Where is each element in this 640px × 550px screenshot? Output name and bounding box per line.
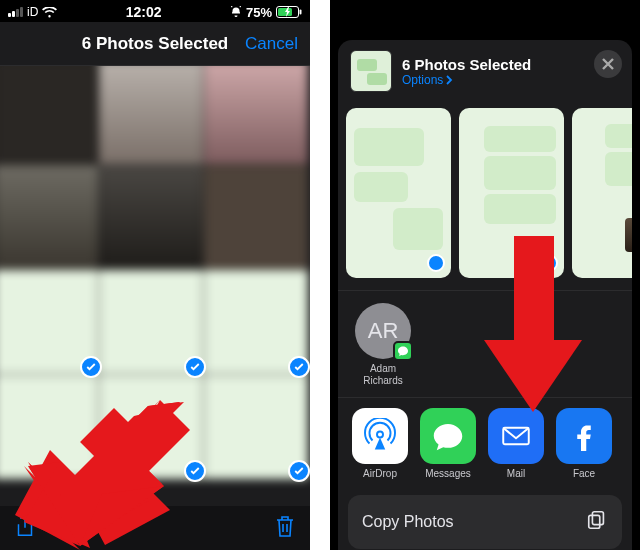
- svg-point-6: [377, 432, 383, 438]
- nav-bar: 6 Photos Selected Cancel: [0, 22, 310, 66]
- share-apps-row: AirDrop Messages Mail Face: [338, 400, 632, 485]
- check-icon: [288, 356, 310, 378]
- alarm-icon: [230, 6, 242, 18]
- copy-icon: [586, 509, 608, 535]
- sheet-thumbnail: [350, 50, 392, 92]
- mail-icon: [488, 408, 544, 464]
- share-app-airdrop[interactable]: AirDrop: [352, 408, 408, 479]
- check-icon: [288, 460, 310, 482]
- share-app-messages[interactable]: Messages: [420, 408, 476, 479]
- messages-icon: [420, 408, 476, 464]
- clock: 12:02: [126, 4, 162, 20]
- trash-button[interactable]: [274, 514, 296, 542]
- preview-card[interactable]: [346, 108, 451, 278]
- close-button[interactable]: [594, 50, 622, 78]
- battery-icon: [276, 6, 302, 18]
- sheet-title: 6 Photos Selected: [402, 56, 531, 73]
- divider: [338, 290, 632, 291]
- divider: [338, 397, 632, 398]
- app-label: Mail: [488, 468, 544, 479]
- wifi-icon: [42, 7, 57, 18]
- page-title: 6 Photos Selected: [82, 34, 228, 54]
- status-bar: iD 12:02 75%: [0, 0, 310, 22]
- share-button[interactable]: [14, 513, 36, 543]
- check-icon: [80, 356, 102, 378]
- svg-rect-8: [592, 512, 603, 525]
- facebook-icon: [556, 408, 612, 464]
- avatar: AR: [355, 303, 411, 359]
- messages-badge-icon: [393, 341, 413, 361]
- preview-row[interactable]: [338, 102, 632, 288]
- battery-pct: 75%: [246, 5, 272, 20]
- share-app-facebook[interactable]: Face: [556, 408, 612, 479]
- app-label: Messages: [420, 468, 476, 479]
- check-icon: [184, 460, 206, 482]
- check-icon: [540, 254, 558, 272]
- action-copy-photos[interactable]: Copy Photos: [348, 495, 622, 549]
- photo-grid[interactable]: [0, 66, 310, 506]
- sheet-header: 6 Photos Selected Options: [338, 40, 632, 102]
- share-app-mail[interactable]: Mail: [488, 408, 544, 479]
- airdrop-icon: [352, 408, 408, 464]
- toolbar: [0, 506, 310, 550]
- app-label: Face: [556, 468, 612, 479]
- share-contacts-row: AR Adam Richards: [338, 293, 632, 395]
- check-icon: [427, 254, 445, 272]
- preview-card[interactable]: [572, 108, 632, 278]
- phone-right: iD 12:04 75% 6 Photos Selected Options: [330, 0, 640, 550]
- cancel-button[interactable]: Cancel: [245, 34, 298, 54]
- share-sheet: 6 Photos Selected Options: [338, 40, 632, 550]
- action-label: Copy Photos: [362, 513, 454, 531]
- check-icon: [184, 356, 206, 378]
- carrier-label: iD: [27, 5, 38, 19]
- share-contact[interactable]: AR Adam Richards: [352, 303, 414, 387]
- preview-card[interactable]: [459, 108, 564, 278]
- svg-rect-2: [300, 10, 302, 15]
- options-button[interactable]: Options: [402, 73, 531, 87]
- svg-rect-9: [589, 515, 600, 528]
- app-label: AirDrop: [352, 468, 408, 479]
- signal-icon: [8, 7, 23, 17]
- phone-left: iD 12:02 75% 6 Photos Selected Cancel: [0, 0, 310, 550]
- contact-name: Adam Richards: [352, 363, 414, 387]
